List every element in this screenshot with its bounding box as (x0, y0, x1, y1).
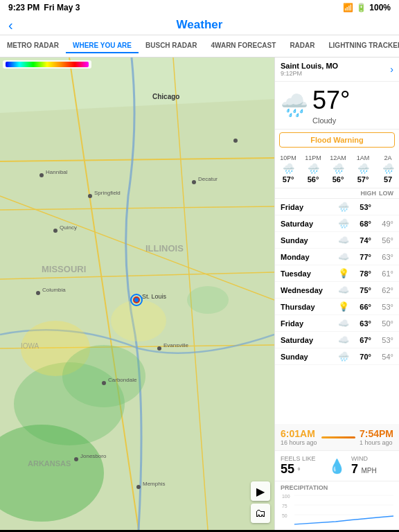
hourly-icon-1: 🌧️ (308, 163, 319, 174)
alert-banner[interactable]: Flood Warning (279, 132, 395, 148)
hourly-item-4: 2A 🌧️ 57 (378, 154, 398, 184)
wind-unit: MPH (361, 467, 376, 475)
hourly-icon-2: 🌧️ (332, 163, 344, 174)
tab-busch-radar[interactable]: BUSCH RADAR (139, 39, 204, 53)
tab-radar[interactable]: RADAR (283, 39, 321, 53)
hourly-temp-1: 56° (308, 175, 319, 184)
svg-point-10 (62, 345, 145, 407)
hourly-icon-0: 🌧️ (283, 163, 294, 174)
wind-value-row: 7 MPH (351, 462, 393, 477)
daily-day-8: Saturday (281, 336, 335, 344)
feels-like-box: FEELS LIKE 55 ° (281, 455, 323, 477)
mini-chart: PRECIPITATION 100 75 50 (275, 481, 399, 530)
svg-text:Memphis: Memphis (143, 481, 165, 487)
daily-row-1: Saturday 🌧️ 68° 49° (275, 215, 399, 232)
daily-row-4: Tuesday 💡 78° 61° (275, 265, 399, 282)
svg-text:ARKANSAS: ARKANSAS (28, 459, 71, 468)
daily-high-0: 53° (352, 203, 371, 211)
svg-text:Springfield: Springfield (94, 190, 121, 196)
svg-point-32 (192, 180, 196, 184)
tab-lightning-tracker[interactable]: LIGHTNING TRACKER (321, 39, 399, 53)
location-time: 9:12PM (281, 70, 338, 77)
svg-text:MISSOURI: MISSOURI (42, 264, 86, 274)
daily-low-4: 61° (374, 269, 393, 278)
hourly-time-0: 10PM (280, 154, 296, 161)
svg-text:Hannibal: Hannibal (46, 169, 68, 175)
hourly-temp-3: 57° (357, 175, 369, 184)
wind-label: WIND (351, 455, 393, 462)
svg-text:ILLINOIS: ILLINOIS (145, 243, 184, 254)
hourly-temp-2: 56° (332, 175, 344, 184)
tab-4warn-forecast[interactable]: 4WARN FORECAST (204, 39, 283, 53)
daily-day-4: Tuesday (281, 269, 335, 278)
svg-text:Decatur: Decatur (198, 176, 218, 182)
tab-where-you-are[interactable]: WHERE YOU ARE (66, 39, 139, 53)
map-area[interactable]: St. Louis Springfield Quincy Hannibal Co… (0, 57, 274, 530)
hourly-icon-4: 🌧️ (382, 163, 394, 174)
wind-box: WIND 7 MPH (351, 455, 393, 477)
svg-point-26 (102, 381, 106, 385)
daily-row-9: Sunday 🌧️ 70° 54° (275, 348, 399, 365)
sunset-time: 7:54PM (360, 428, 393, 439)
svg-text:St. Louis: St. Louis (142, 293, 167, 300)
svg-text:Carbondale: Carbondale (108, 377, 137, 383)
battery-pct: 100% (369, 3, 391, 12)
hourly-item-0: 10PM 🌧️ 57° (278, 154, 299, 184)
svg-point-13 (187, 286, 229, 314)
status-right: 📶 🔋 100% (343, 3, 391, 12)
sun-row: 6:01AM 16 hours ago 7:54PM 1 hours ago (275, 424, 399, 451)
tab-metro-radar[interactable]: METRO RADAR (0, 39, 66, 53)
status-day: Fri May 3 (44, 3, 80, 12)
daily-header: HIGH LOW (275, 188, 399, 199)
svg-point-12 (111, 300, 166, 342)
tab-bar: METRO RADARWHERE YOU AREBUSCH RADAR4WARN… (0, 35, 399, 57)
daily-row-0: Friday 🌧️ 53° (275, 199, 399, 215)
play-button[interactable]: ▶ (251, 481, 270, 501)
current-top: 🌧️ 57° Cloudy (281, 86, 393, 125)
map-controls: ▶ 🗂 (251, 481, 270, 523)
svg-point-16 (88, 194, 92, 198)
sunset-block: 7:54PM 1 hours ago (360, 428, 393, 446)
svg-point-28 (74, 457, 78, 461)
daily-high-1: 68° (352, 220, 371, 228)
svg-text:Columbia: Columbia (42, 287, 66, 293)
hourly-time-2: 12AM (330, 154, 346, 161)
svg-point-24 (157, 346, 161, 351)
daily-low-8: 53° (374, 336, 393, 344)
daily-low-9: 54° (374, 353, 393, 361)
current-weather: 🌧️ 57° Cloudy (275, 82, 399, 130)
sun-arc-bar (321, 436, 355, 438)
daily-day-2: Sunday (281, 236, 335, 245)
location-row[interactable]: Saint Louis, MO 9:12PM › (275, 57, 399, 82)
status-time: 9:23 PM (8, 3, 39, 12)
svg-point-18 (53, 229, 57, 233)
svg-text:100: 100 (282, 494, 290, 499)
svg-point-30 (136, 485, 141, 489)
chart-area: 100 75 50 (281, 493, 393, 527)
svg-text:Chicago: Chicago (152, 93, 179, 100)
daily-day-6: Thursday (281, 303, 335, 311)
chevron-right-icon: › (390, 64, 393, 75)
current-desc: Cloudy (312, 116, 350, 125)
status-left: 9:23 PM Fri May 3 (8, 3, 80, 12)
hourly-time-3: 1AM (357, 154, 370, 161)
svg-text:50: 50 (282, 513, 287, 518)
feels-like-value-row: 55 ° (281, 462, 323, 477)
daily-high-5: 75° (352, 286, 371, 294)
back-button[interactable]: ‹ (8, 17, 13, 33)
legend-color-bar (6, 62, 89, 67)
daily-icon-8: ☁️ (338, 335, 349, 345)
hourly-scroll[interactable]: 10PM 🌧️ 57° 11PM 🌧️ 56° 12AM 🌧️ 56° 1AM … (275, 150, 399, 188)
layers-button[interactable]: 🗂 (251, 504, 270, 523)
current-weather-icon: 🌧️ (281, 92, 308, 118)
chart-title: PRECIPITATION (281, 484, 393, 491)
daily-icon-3: ☁️ (338, 251, 349, 262)
low-label: LOW (379, 190, 393, 197)
location-name: Saint Louis, MO (281, 62, 338, 70)
daily-day-0: Friday (281, 203, 335, 211)
daily-high-4: 78° (352, 269, 371, 278)
daily-day-1: Saturday (281, 220, 335, 228)
feels-like-unit: ° (297, 467, 300, 475)
daily-high-2: 74° (352, 236, 371, 245)
daily-row-8: Saturday ☁️ 67° 53° (275, 332, 399, 348)
